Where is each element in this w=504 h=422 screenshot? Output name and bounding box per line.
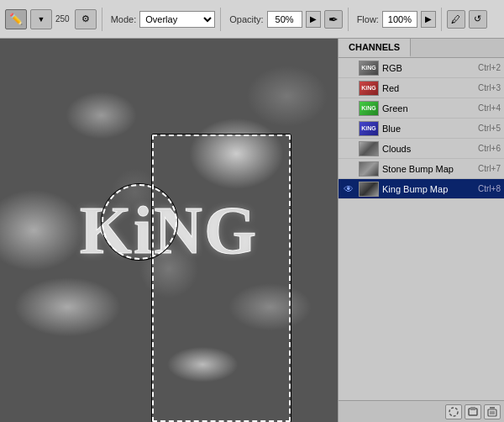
- thumb-green: KiNG: [359, 101, 379, 116]
- channels-panel: CHANNELS KiNG RGB Ctrl+2 KiNG Red Ctrl+3…: [338, 39, 504, 422]
- load-selection-btn[interactable]: [445, 404, 462, 419]
- toolbar-sep-2: [220, 8, 221, 31]
- eye-king-bump[interactable]: 👁: [342, 182, 355, 196]
- eye-green: [342, 102, 355, 115]
- flow-input[interactable]: [382, 11, 417, 28]
- brush-size-display: 250: [55, 14, 70, 24]
- opacity-label: Opacity:: [229, 14, 263, 24]
- tablet-flow-icon[interactable]: ↺: [469, 10, 487, 29]
- delete-channel-btn[interactable]: [484, 404, 501, 419]
- shortcut-rgb: Ctrl+2: [478, 63, 501, 72]
- thumb-king-bump: [359, 182, 379, 197]
- eye-rgb: [342, 61, 355, 75]
- toolbar-sep-4: [441, 8, 442, 31]
- shortcut-blue: Ctrl+5: [478, 124, 501, 133]
- tablet-pressure-icon[interactable]: 🖊: [447, 10, 465, 29]
- channel-name-rgb: RGB: [382, 63, 475, 73]
- channel-row-blue[interactable]: KiNG Blue Ctrl+5: [339, 119, 504, 139]
- canvas-area[interactable]: KiNG: [0, 39, 338, 422]
- shortcut-green: Ctrl+4: [478, 103, 501, 113]
- tab-channels[interactable]: CHANNELS: [339, 39, 411, 57]
- channel-name-blue: Blue: [382, 124, 475, 134]
- channel-name-stone: Stone Bump Map: [382, 164, 475, 174]
- shortcut-clouds: Ctrl+6: [478, 144, 501, 153]
- thumb-red: KiNG: [359, 81, 379, 96]
- thumb-rgb: KiNG: [359, 61, 379, 76]
- main-toolbar: ✏️ ▼ 250 ⚙ Mode: Overlay Normal Multiply…: [0, 0, 504, 39]
- eye-blue: [342, 122, 355, 135]
- toolbar-sep-1: [102, 8, 102, 31]
- shortcut-stone: Ctrl+7: [478, 164, 501, 173]
- shortcut-king-bump: Ctrl+8: [478, 184, 501, 193]
- brush-settings-icon[interactable]: ⚙: [75, 9, 97, 29]
- flow-label: Flow:: [357, 14, 379, 24]
- svg-point-0: [449, 408, 458, 416]
- mode-dropdown[interactable]: Overlay Normal Multiply Screen Soft Ligh…: [139, 11, 215, 28]
- mode-label: Mode:: [111, 14, 137, 24]
- king-text-overlay: KiNG: [80, 193, 258, 269]
- channel-name-green: Green: [382, 103, 475, 113]
- thumb-clouds: [359, 141, 379, 156]
- channel-row-stone[interactable]: Stone Bump Map Ctrl+7: [339, 159, 504, 179]
- opacity-increase-btn[interactable]: ▶: [306, 11, 321, 28]
- main-area: KiNG CHANNELS KiNG RGB Ctrl+2 KiNG Red: [0, 39, 504, 422]
- eye-red: [342, 82, 355, 95]
- svg-rect-2: [470, 407, 475, 410]
- channel-name-clouds: Clouds: [382, 144, 475, 154]
- toolbar-sep-3: [348, 8, 349, 31]
- channel-row-clouds[interactable]: Clouds Ctrl+6: [339, 139, 504, 159]
- opacity-input[interactable]: [267, 11, 302, 28]
- channel-list: KiNG RGB Ctrl+2 KiNG Red Ctrl+3 KiNG Gre…: [339, 58, 504, 400]
- thumb-stone: [359, 161, 379, 177]
- flow-increase-btn[interactable]: ▶: [421, 11, 436, 28]
- shortcut-red: Ctrl+3: [478, 83, 501, 92]
- channel-name-red: Red: [382, 83, 475, 93]
- eye-clouds: [342, 142, 355, 156]
- panel-tabs: CHANNELS: [339, 39, 504, 58]
- airbrush-icon[interactable]: ✒: [324, 10, 343, 29]
- channel-row-green[interactable]: KiNG Green Ctrl+4: [339, 98, 504, 119]
- tool-options-icon[interactable]: ▼: [30, 9, 52, 29]
- thumb-blue: KiNG: [359, 121, 379, 136]
- eye-stone: [342, 162, 355, 176]
- channel-row-king-bump[interactable]: 👁 King Bump Map Ctrl+8: [339, 179, 504, 199]
- brush-tool-icon[interactable]: ✏️: [5, 9, 27, 29]
- panel-bottom-toolbar: [339, 400, 504, 422]
- save-selection-btn[interactable]: [465, 404, 481, 419]
- channel-row-rgb[interactable]: KiNG RGB Ctrl+2: [339, 58, 504, 78]
- channel-name-king-bump: King Bump Map: [382, 184, 475, 194]
- channel-row-red[interactable]: KiNG Red Ctrl+3: [339, 78, 504, 98]
